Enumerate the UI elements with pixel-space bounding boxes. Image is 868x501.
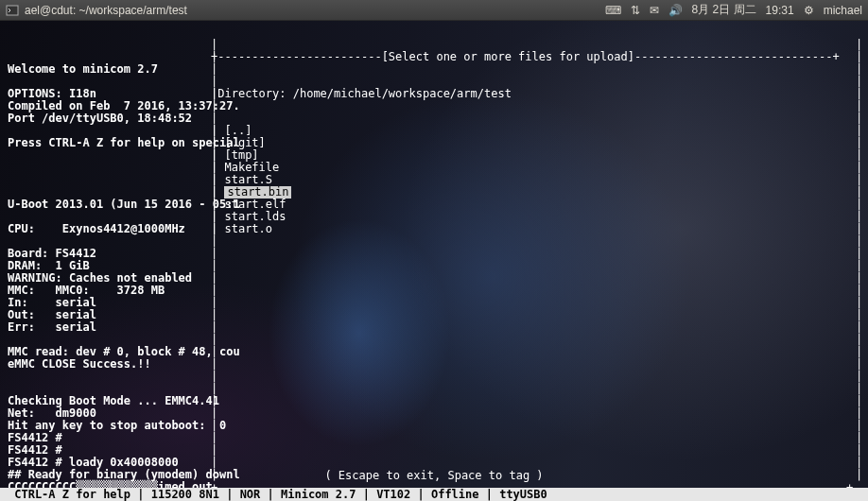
minicom-statusbar: CTRL-A Z for help | 115200 8N1 | NOR | M… (0, 488, 868, 501)
terminal-line: Checking Boot Mode ... EMMC4.41 (8, 395, 860, 407)
file-item[interactable]: | start.S (211, 174, 861, 186)
terminal-line: Out: serial (8, 309, 860, 321)
terminal-line: Err: serial (8, 321, 860, 334)
terminal-icon (6, 4, 19, 17)
window-titlebar: ael@cdut: ~/workspace/arm/test ⌨ ⇅ ✉ 🔊 8… (0, 0, 868, 21)
file-item[interactable]: | [.git] (211, 137, 861, 149)
terminal-line (8, 371, 860, 383)
clock-date[interactable]: 8月 2日 周二 (692, 2, 756, 18)
terminal-line: FS4412 # (8, 432, 860, 444)
keyboard-icon[interactable]: ⌨ (605, 4, 621, 17)
file-upload-dialog: +------------------------[Select one or … (211, 26, 861, 260)
file-item[interactable]: | Makefile (211, 162, 861, 174)
file-item[interactable]: | start.o (211, 223, 861, 235)
dialog-title: [Select one or more files for upload] (382, 50, 634, 63)
network-updown-icon[interactable]: ⇅ (631, 4, 640, 17)
file-item[interactable]: | start.bin (211, 186, 861, 199)
file-item[interactable]: | start.elf (211, 199, 861, 211)
clock-time[interactable]: 19:31 (766, 4, 794, 17)
terminal-window[interactable]: Welcome to minicom 2.7OPTIONS: I18nCompi… (0, 21, 868, 501)
directory-row: |Directory: /home/michael/workspace/arm/… (211, 88, 861, 100)
user-name[interactable]: michael (824, 4, 862, 17)
terminal-line: eMMC CLOSE Success.!! (8, 358, 860, 371)
dialog-title-row: +------------------------[Select one or … (211, 51, 861, 63)
terminal-line: In: serial (8, 297, 860, 309)
speaker-icon[interactable]: 🔊 (668, 4, 683, 17)
window-title: ael@cdut: ~/workspace/arm/test (25, 4, 187, 17)
svg-rect-0 (7, 6, 18, 15)
terminal-line: Hit any key to stop autoboot: 0 (8, 420, 860, 432)
file-list: | [..]| [.git]| [tmp]| Makefile| start.S… (211, 125, 861, 235)
file-item[interactable]: | [..] (211, 125, 861, 137)
mail-icon[interactable]: ✉ (650, 4, 659, 17)
terminal-line: MMC: MMC0: 3728 MB (8, 285, 860, 297)
settings-icon[interactable]: ⚙ (804, 4, 814, 17)
dialog-directory: Directory: /home/michael/workspace/arm/t… (217, 87, 512, 100)
file-item[interactable]: | start.lds (211, 211, 861, 223)
file-item[interactable]: | [tmp] (211, 149, 861, 162)
